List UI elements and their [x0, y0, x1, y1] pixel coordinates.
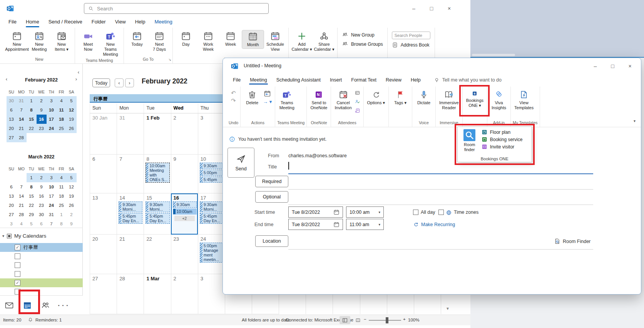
calendar-event[interactable]: 9:30am Morni... — [200, 201, 224, 212]
date-picker-icon[interactable] — [333, 209, 340, 215]
end-date-picker[interactable]: Tue 8/2/2022 — [288, 219, 343, 230]
mini-day-16[interactable]: 16 — [37, 115, 47, 124]
mini-day-20[interactable]: 20 — [7, 201, 17, 210]
location-button[interactable]: Location — [255, 235, 288, 247]
tab-insert[interactable]: Insert — [325, 75, 346, 85]
day-button[interactable]: Day — [175, 30, 197, 48]
mini-day-16[interactable]: 16 — [37, 191, 47, 201]
close-button[interactable]: × — [621, 58, 639, 74]
mini-day-1[interactable]: 1 — [57, 210, 67, 219]
calendar-event[interactable]: 5:45pm — [200, 176, 224, 183]
more-modules-button[interactable]: • • • — [54, 303, 72, 308]
minimize-button[interactable]: – — [405, 0, 423, 17]
calendar-checkbox[interactable] — [15, 253, 20, 259]
zoom-slider[interactable] — [369, 320, 401, 321]
mini-day-27[interactable]: 27 — [7, 210, 17, 219]
attendee-tool-personCheck[interactable] — [355, 99, 360, 106]
mini-day-25[interactable]: 25 — [57, 124, 67, 133]
mini-day-5[interactable]: 5 — [27, 219, 37, 228]
calendar-primary[interactable]: 行事曆 — [0, 243, 83, 252]
attendee-tool-contactSend[interactable] — [355, 108, 360, 115]
day-cell-7[interactable]: 7 — [117, 155, 144, 193]
calendar-event[interactable]: 9:30am — [200, 163, 224, 169]
tab-scheduling-assistant[interactable]: Scheduling Assistant — [272, 75, 325, 85]
mini-day-31[interactable]: 31 — [17, 96, 27, 105]
required-button[interactable]: Required — [255, 176, 288, 187]
search-bar[interactable] — [84, 3, 269, 14]
people-module-button[interactable] — [36, 301, 54, 310]
calendar-checkbox[interactable] — [15, 280, 20, 286]
calendar-module-button[interactable] — [18, 301, 36, 310]
new-appointment-button[interactable]: NewAppointment — [6, 30, 28, 53]
day-cell-6[interactable]: 6 — [90, 155, 117, 193]
cancel-invitation-button[interactable]: CancelInvitation — [333, 89, 353, 110]
collapse-ribbon-icon[interactable]: ▾ — [634, 119, 636, 123]
mini-day-22[interactable]: 22 — [27, 201, 37, 210]
mini-day-29[interactable]: 29 — [27, 210, 37, 219]
from-value[interactable]: charles.ma@ones.software — [288, 153, 347, 158]
location-input-line[interactable] — [288, 249, 593, 250]
day-cell-3[interactable]: 3 — [198, 113, 225, 155]
mini-day-7[interactable]: 7 — [47, 219, 57, 228]
mini-day-12[interactable]: 12 — [67, 182, 77, 191]
mini-day-15[interactable]: 15 — [27, 115, 37, 124]
mini-day-3[interactable]: 3 — [47, 173, 57, 182]
calendar-checkbox[interactable] — [15, 271, 20, 277]
day-cell-27[interactable]: 27 — [90, 274, 117, 314]
tab-help[interactable]: Help — [406, 75, 425, 85]
share-calendar-button[interactable]: ShareCalendar ▾ — [313, 30, 335, 53]
calendar-event[interactable]: 10:00am — [173, 208, 197, 215]
mini-day-28[interactable]: 28 — [17, 210, 27, 219]
calendar-item-2[interactable] — [0, 252, 83, 261]
day-cell-15[interactable]: 159:30am Morni...5:45pm Day En... — [144, 193, 171, 235]
mini-day-23[interactable]: 23 — [37, 124, 47, 133]
mini-day-19[interactable]: 19 — [67, 191, 77, 201]
zoom-level[interactable]: 100% — [408, 318, 419, 322]
maximize-button[interactable]: □ — [423, 0, 440, 17]
mini-day-4[interactable]: 4 — [17, 219, 27, 228]
calendar-item-4[interactable] — [0, 270, 83, 278]
mini-day-8[interactable]: 8 — [27, 182, 37, 191]
calendar-event[interactable]: 5:45pm Day En... — [119, 213, 142, 224]
tab-review[interactable]: Review — [381, 75, 406, 85]
mini-day-7[interactable]: 7 — [17, 182, 27, 191]
mini-day-9[interactable]: 9 — [37, 105, 47, 115]
optional-input-line[interactable] — [288, 205, 593, 205]
search-people-input[interactable] — [392, 32, 430, 39]
redo-button[interactable]: ↷ — [231, 98, 236, 104]
dictate-button[interactable]: Dictate — [414, 89, 433, 105]
day-cell-20[interactable]: 20 — [90, 235, 117, 274]
my-calendars-header[interactable]: ▾ My Calendars — [2, 233, 46, 239]
calendar-checkbox[interactable] — [15, 289, 20, 295]
maximize-button[interactable]: □ — [604, 58, 621, 74]
mini-day-18[interactable]: 18 — [57, 115, 67, 124]
calendar-item-5[interactable] — [0, 278, 83, 287]
next-7-days-button[interactable]: Next7 Days — [148, 30, 171, 53]
calendar-event[interactable]: 9:30am Morni... — [119, 201, 142, 212]
today-button[interactable]: Today — [92, 78, 110, 87]
tab-meeting[interactable]: Meeting — [245, 75, 271, 85]
mini-day-26[interactable]: 26 — [67, 124, 77, 133]
schedule-view-button[interactable]: ScheduleView — [264, 30, 286, 53]
previous-month-button[interactable]: ‹ — [4, 76, 9, 82]
add-calendar-button[interactable]: AddCalendar ▾ — [291, 30, 313, 53]
previous-button[interactable]: ‹ — [115, 78, 124, 87]
booking-service-button[interactable]: Booking service — [482, 137, 523, 142]
mini-day-5[interactable]: 5 — [67, 96, 77, 105]
week-button[interactable]: Week — [219, 30, 242, 48]
tab-home[interactable]: Home — [21, 17, 44, 28]
day-cell-21[interactable]: 21 — [117, 235, 144, 274]
undo-button[interactable]: ↶ — [231, 90, 236, 96]
immersive-reader-button[interactable]: ImmersiveReader — [438, 89, 460, 110]
mini-day-19[interactable]: 19 — [67, 115, 77, 124]
view-templates-button[interactable]: ViewTemplates — [513, 89, 535, 110]
mini-day-14[interactable]: 14 — [17, 191, 27, 201]
new-items-button[interactable]: NewItems ▾ — [50, 30, 73, 53]
mini-day-6[interactable]: 6 — [7, 105, 17, 115]
options-button[interactable]: Options ▾ — [366, 89, 387, 105]
mini-day-13[interactable]: 13 — [7, 191, 17, 201]
tell-me-box[interactable]: Tell me what you want to do — [434, 77, 502, 83]
minimize-button[interactable]: – — [587, 58, 604, 74]
new-group-button[interactable]: New Group — [342, 32, 375, 38]
mini-day-4[interactable]: 4 — [57, 173, 67, 182]
